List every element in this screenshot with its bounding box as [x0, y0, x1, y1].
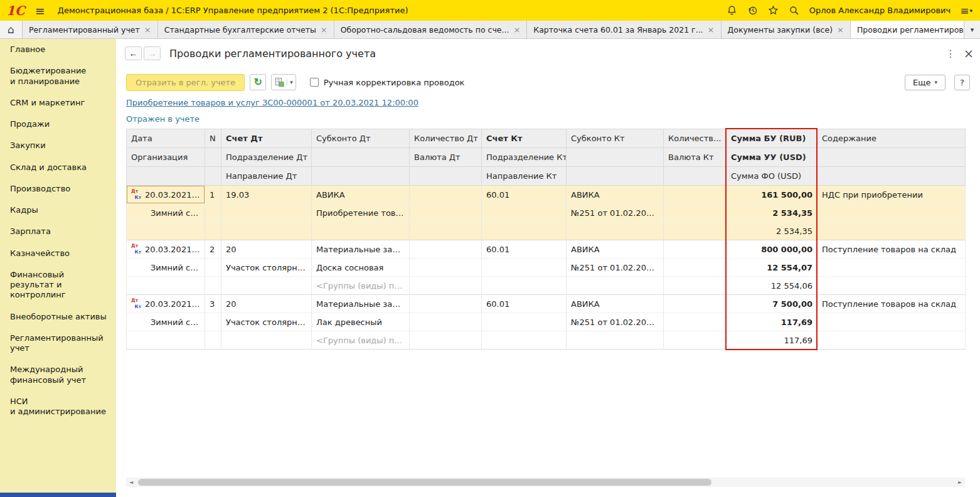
grid-header-cell[interactable] [205, 167, 221, 186]
grid-header-cell[interactable] [410, 167, 482, 186]
grid-cell[interactable] [410, 295, 482, 313]
tab-close-icon[interactable]: × [321, 26, 328, 34]
grid-cell[interactable] [664, 222, 727, 240]
sidebar-item-1[interactable]: Главное [0, 39, 116, 60]
sidebar-item-3[interactable]: CRM и маркетинг [0, 92, 116, 114]
scroll-thumb[interactable] [138, 479, 711, 486]
grid-cell[interactable]: 1 [205, 186, 221, 204]
grid-cell[interactable] [818, 331, 966, 350]
grid-cell[interactable]: №251 от 01.02.2021г. [567, 313, 664, 331]
grid-cell[interactable] [482, 331, 567, 350]
grid-header-cell[interactable] [818, 148, 966, 167]
close-icon[interactable]: × [964, 46, 974, 60]
grid-cell[interactable] [482, 277, 567, 295]
entries-split-caret[interactable]: ▾ [287, 79, 293, 85]
home-tab[interactable]: ⌂ [0, 21, 23, 38]
sidebar-item-11[interactable]: Финансовый результат и контроллинг [0, 264, 116, 306]
grid-header-cell[interactable]: Направление Кт [482, 167, 567, 186]
grid-header-cell[interactable]: Количество Дт [410, 129, 482, 148]
sidebar-item-15[interactable]: НСИ и администрирование [0, 391, 116, 423]
grid-cell[interactable]: Зимний сад [127, 313, 205, 331]
grid-cell[interactable] [205, 259, 221, 277]
reflect-button[interactable]: Отразить в регл. учете [126, 74, 245, 91]
sidebar-item-14[interactable]: Международный финансовый учет [0, 359, 116, 391]
tab-close-icon[interactable]: × [837, 26, 844, 34]
grid-cell[interactable]: 60.01 [482, 240, 567, 259]
manual-adjust-checkbox[interactable] [310, 78, 319, 87]
grid-header-cell[interactable] [312, 167, 410, 186]
help-button[interactable]: ? [954, 75, 970, 90]
grid-header-cell[interactable] [205, 148, 221, 167]
grid-cell[interactable] [482, 259, 567, 277]
sidebar-item-2[interactable]: Бюджетирование и планирование [0, 60, 116, 92]
user-name[interactable]: Орлов Александр Владимирович [809, 6, 951, 15]
grid-cell[interactable] [567, 331, 664, 350]
entry-2-row-3[interactable]: <Группы (виды) про...12 554,06 [127, 277, 966, 295]
grid-cell[interactable]: Зимний сад [127, 259, 205, 277]
favorites-star-icon[interactable] [768, 5, 779, 16]
tab-list-dropdown[interactable]: ▾ [964, 21, 980, 38]
manual-adjust-label[interactable]: Ручная корректировка проводок [324, 78, 465, 87]
grid-header-cell[interactable]: Направление Дт [221, 167, 312, 186]
grid-cell[interactable]: АВИКА [567, 186, 664, 204]
grid-cell[interactable]: 2 [205, 240, 221, 259]
refresh-button[interactable]: ↻ [250, 74, 266, 90]
grid-cell[interactable]: 3 [205, 295, 221, 313]
tab-close-icon[interactable]: × [144, 26, 151, 34]
grid-cell[interactable] [410, 277, 482, 295]
grid-cell[interactable]: Участок столярный [221, 259, 312, 277]
grid-cell[interactable]: <Группы (виды) про... [312, 277, 410, 295]
grid-cell[interactable]: 12 554,06 [727, 277, 818, 295]
grid-cell[interactable] [221, 331, 312, 350]
grid-cell[interactable]: ДтКт20.03.2021 ... [127, 240, 205, 259]
grid-cell[interactable]: 2 534,35 [727, 222, 818, 240]
history-icon[interactable] [747, 5, 759, 16]
grid-cell[interactable] [127, 222, 205, 240]
grid-header-cell[interactable]: Счет Дт [221, 129, 312, 148]
grid-header-cell[interactable]: Дата [127, 129, 205, 148]
grid-cell[interactable]: 161 500,00 [727, 186, 818, 204]
grid-cell[interactable] [410, 186, 482, 204]
grid-cell[interactable]: 2 534,35 [727, 204, 818, 222]
grid-cell[interactable] [205, 222, 221, 240]
tab-6[interactable]: Проводки регламентированного учета× [851, 21, 964, 38]
grid-cell[interactable] [410, 240, 482, 259]
grid-header-cell[interactable]: Сумма ФО (USD) [727, 167, 818, 186]
grid-cell[interactable]: Зимний сад [127, 204, 205, 222]
status-link[interactable]: Отражен в учете [126, 114, 200, 124]
grid-header-cell[interactable] [664, 167, 727, 186]
sidebar-item-6[interactable]: Склад и доставка [0, 157, 116, 178]
entry-3-row-1[interactable]: ДтКт20.03.2021 ...320Материальные затр..… [127, 295, 966, 313]
grid-cell[interactable] [818, 313, 966, 331]
tab-close-icon[interactable]: × [708, 26, 715, 34]
main-menu-icon[interactable]: ≡ [35, 4, 45, 18]
entry-3-row-2[interactable]: Зимний садУчасток столярныйЛак древесный… [127, 313, 966, 331]
grid-cell[interactable] [818, 277, 966, 295]
more-icon[interactable]: ⋮ [940, 48, 961, 60]
grid-header-cell[interactable] [127, 167, 205, 186]
document-link[interactable]: Приобретение товаров и услуг ЗС00-000001… [126, 98, 418, 107]
grid-cell[interactable] [664, 240, 727, 259]
sidebar-item-9[interactable]: Зарплата [0, 221, 116, 242]
grid-cell[interactable] [664, 295, 727, 313]
entry-3-row-3[interactable]: <Группы (виды) про...117,69 [127, 331, 966, 350]
grid-header-cell[interactable]: Субконто Дт [312, 129, 410, 148]
grid-cell[interactable]: №251 от 01.02.2021г. [567, 259, 664, 277]
grid-cell[interactable] [410, 222, 482, 240]
grid-header-cell[interactable] [567, 167, 664, 186]
grid-header-cell[interactable] [312, 148, 410, 167]
grid-cell[interactable]: АВИКА [312, 186, 410, 204]
grid-header-cell[interactable]: Организация [127, 148, 205, 167]
tab-4[interactable]: Карточка счета 60.01 за Январь 2021 г...… [527, 21, 721, 38]
grid-cell[interactable] [664, 277, 727, 295]
entry-1-row-3[interactable]: 2 534,35 [127, 222, 966, 240]
entry-2-row-1[interactable]: ДтКт20.03.2021 ...220Материальные затр..… [127, 240, 966, 259]
grid-cell[interactable] [221, 222, 312, 240]
grid-header-cell[interactable]: Сумма УУ (USD) [727, 148, 818, 167]
grid-header-cell[interactable] [818, 167, 966, 186]
grid-cell[interactable]: Поступление товаров на склад [818, 295, 966, 313]
grid-cell[interactable] [221, 277, 312, 295]
grid-cell[interactable] [410, 313, 482, 331]
grid-cell[interactable] [664, 313, 727, 331]
grid-cell[interactable] [410, 331, 482, 350]
